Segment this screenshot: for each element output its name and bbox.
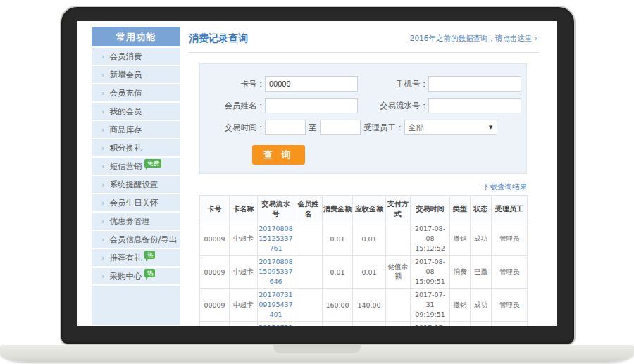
cell-time: 2017-08-08 15:12:52	[411, 222, 450, 256]
screenshot-stage: 常用功能 › 会员消费 › 新增会员 › 会员充值 › 我的会员 › 商品库存	[0, 0, 634, 364]
cell-operator: 管理员	[492, 289, 528, 322]
sidebar-item-my-members[interactable]: › 我的会员	[92, 103, 180, 120]
cell-pay-method: 储值余额	[386, 322, 411, 327]
form-row-1: 卡号： 手机号：	[200, 76, 526, 92]
cell-txn-link[interactable]: 2017073109194437398	[258, 322, 294, 327]
chevron-right-icon: ›	[101, 253, 104, 263]
transaction-no-input[interactable]	[428, 98, 521, 113]
cell-pay-method	[386, 289, 411, 322]
chevron-right-icon: ›	[101, 70, 104, 80]
sidebar-item-label: 新增会员	[109, 70, 142, 80]
sidebar-item-coupon-manage[interactable]: › 优惠券管理	[92, 213, 180, 230]
cell-type: 撤销	[450, 289, 471, 322]
sidebar-item-member-backup-export[interactable]: › 会员信息备份/导出	[92, 231, 180, 248]
card-number-label: 卡号：	[200, 79, 265, 89]
chevron-right-icon: ›	[101, 199, 104, 208]
member-name-label: 会员姓名：	[200, 101, 265, 111]
cell-amount: 160.00	[323, 322, 353, 327]
cell-txn-link[interactable]: 2017080815095337646	[258, 256, 294, 289]
sidebar: 常用功能 › 会员消费 › 新增会员 › 会员充值 › 我的会员 › 商品库存	[92, 27, 180, 325]
cell-receivable: 0.01	[353, 256, 386, 289]
download-results-link[interactable]: 下载查询结果	[483, 182, 527, 191]
phone-label: 手机号：	[358, 79, 428, 89]
cell-time: 2017-08-08 15:09:51	[411, 256, 450, 289]
cell-status: 已撤	[471, 256, 492, 289]
sidebar-item-purchase-center[interactable]: › 采购中心 热	[92, 268, 180, 284]
cell-card: 00009	[200, 289, 230, 322]
laptop-base-notch	[273, 345, 361, 353]
sidebar-item-member-recharge[interactable]: › 会员充值	[92, 84, 180, 101]
table-row: 00009 中超卡 2017080815095337646 0.01 0.01 …	[200, 256, 528, 289]
sidebar-item-points-gift[interactable]: › 积分换礼	[92, 139, 180, 156]
card-number-input[interactable]	[265, 76, 358, 92]
col-member: 会员姓名	[294, 196, 323, 222]
chevron-right-icon: ›	[101, 52, 104, 61]
phone-input[interactable]	[428, 76, 521, 92]
sidebar-item-label: 会员信息备份/导出	[109, 234, 177, 245]
form-row-2: 会员姓名： 交易流水号：	[200, 98, 526, 113]
sidebar-item-sms-marketing[interactable]: › 短信营销 免费	[92, 158, 180, 175]
cell-member	[294, 256, 323, 289]
sidebar-item-label: 短信营销	[109, 161, 142, 172]
chevron-right-icon: ›	[101, 272, 104, 281]
sidebar-item-label: 会员生日关怀	[109, 198, 158, 208]
sidebar-item-referral-reward[interactable]: › 推荐有礼 热	[92, 249, 180, 266]
query-button[interactable]: 查 询	[252, 145, 305, 165]
col-txn: 交易流水号	[258, 196, 294, 222]
sidebar-item-system-reminder[interactable]: › 系统提醒设置	[92, 176, 180, 193]
cell-card-name: 中超卡	[230, 322, 258, 327]
cell-pay-method: 储值余额	[386, 256, 411, 289]
time-to-input[interactable]	[320, 120, 361, 135]
cell-operator: 管理员	[492, 322, 528, 327]
col-operator: 受理员工	[492, 196, 528, 222]
sidebar-item-label: 采购中心	[109, 271, 142, 282]
dropdown-arrow-icon: ▼	[489, 125, 492, 130]
chevron-right-icon: ›	[101, 217, 104, 226]
cell-receivable: 140.00	[353, 322, 386, 327]
sidebar-item-label: 会员充值	[109, 88, 142, 99]
time-to-separator: 至	[309, 123, 317, 133]
cell-member	[294, 289, 323, 322]
col-card: 卡号	[200, 196, 230, 222]
cell-amount: 160.00	[323, 289, 353, 322]
table-row: 00009 中超卡 2017073109194437398 160.00 140…	[200, 322, 528, 327]
main-content: 消费记录查询 2016年之前的数据查询，请点击这里 › 卡号： 手机号： 会员姓…	[189, 27, 539, 326]
sidebar-item-label: 我的会员	[109, 106, 142, 117]
sidebar-title: 常用功能	[92, 27, 180, 48]
sidebar-item-add-member[interactable]: › 新增会员	[92, 66, 180, 83]
cell-status: 成功	[471, 289, 492, 322]
cell-amount: 0.01	[323, 256, 353, 289]
sidebar-item-label: 商品库存	[109, 125, 142, 135]
page-title: 消费记录查询	[189, 32, 248, 45]
sidebar-item-label: 积分换礼	[109, 143, 142, 153]
table-header-row: 卡号 卡名称 交易流水号 会员姓名 消费金额 应收金额 支付方式 交易时间 类型…	[200, 196, 528, 222]
member-name-input[interactable]	[265, 98, 358, 113]
cell-type: 消费	[450, 322, 471, 327]
sidebar-item-product-stock[interactable]: › 商品库存	[92, 121, 180, 138]
cell-time: 2017-07-31 09:19:51	[411, 289, 450, 322]
cell-member	[294, 222, 323, 256]
laptop-screen: 常用功能 › 会员消费 › 新增会员 › 会员充值 › 我的会员 › 商品库存	[77, 21, 557, 326]
cell-type: 撤销	[450, 222, 471, 256]
cell-card-name: 中超卡	[230, 256, 258, 289]
table-row: 00009 中超卡 2017080815125337761 0.01 0.01 …	[200, 222, 528, 256]
sidebar-item-birthday-care[interactable]: › 会员生日关怀	[92, 194, 180, 211]
staff-select[interactable]: 全部 ▼	[404, 120, 497, 135]
search-form-panel: 卡号： 手机号： 会员姓名： 交易流水号： 交易时间： 至 受理员工：	[199, 63, 527, 174]
col-time: 交易时间	[411, 196, 450, 222]
cell-card: 00009	[200, 322, 230, 327]
cell-status: 成功	[471, 222, 492, 256]
col-receivable: 应收金额	[353, 196, 386, 222]
time-from-input[interactable]	[265, 120, 306, 135]
cell-member	[294, 322, 323, 327]
cell-txn-link[interactable]: 2017073109195437401	[258, 289, 294, 322]
col-card-name: 卡名称	[230, 196, 258, 222]
download-row: 下载查询结果	[189, 179, 527, 192]
results-table: 卡号 卡名称 交易流水号 会员姓名 消费金额 应收金额 支付方式 交易时间 类型…	[199, 195, 528, 326]
sidebar-item-label: 会员消费	[109, 51, 142, 62]
sidebar-item-member-consume[interactable]: › 会员消费	[92, 48, 180, 65]
cell-txn-link[interactable]: 2017080815125337761	[258, 222, 294, 256]
cell-card: 00009	[200, 256, 230, 289]
sidebar-filler	[92, 286, 180, 325]
history-data-link[interactable]: 2016年之前的数据查询，请点击这里 ›	[410, 34, 537, 44]
